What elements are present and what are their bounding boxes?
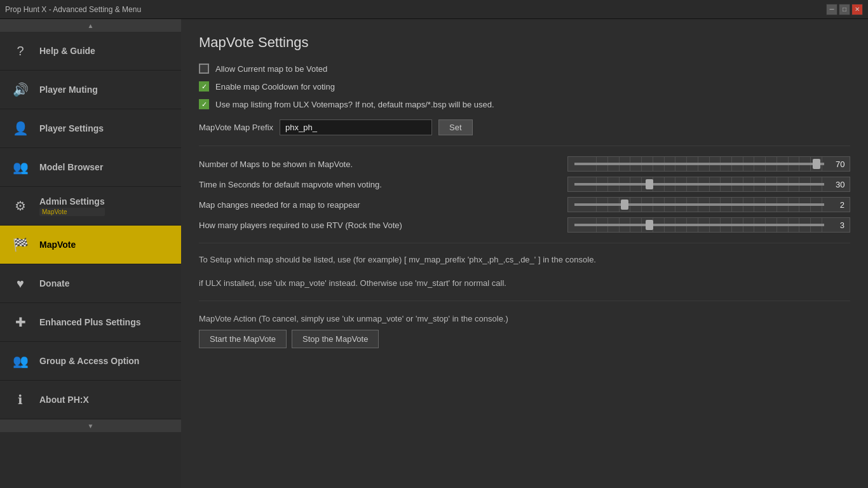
slider-label-num-maps: Number of Maps to be shown in MapVote. — [199, 159, 567, 169]
sidebar-item-admin-settings[interactable]: ⚙ Admin Settings MapVote — [0, 187, 181, 226]
slider-track-time-seconds[interactable] — [574, 183, 824, 186]
info-text-2: if ULX installed, use 'ulx map_vote' ins… — [199, 277, 850, 290]
checkbox-row-allow-current: Allow Current map to be Voted — [199, 64, 850, 74]
slider-value-time-seconds: 30 — [831, 180, 850, 189]
sidebar-item-label-help: Help & Guide — [39, 46, 95, 56]
app-container: ▲ ? Help & Guide 🔊 Player Muting 👤 Playe… — [0, 19, 868, 488]
sidebar-item-mapvote[interactable]: 🏁 MapVote — [0, 226, 181, 264]
slider-track-rtv-players[interactable] — [574, 224, 824, 226]
checkbox-allow-current[interactable] — [199, 64, 209, 74]
enhanced-plus-icon: ✚ — [10, 312, 31, 332]
slider-value-num-maps: 70 — [831, 159, 850, 169]
set-prefix-button[interactable]: Set — [438, 119, 473, 135]
checkbox-use-ulx[interactable] — [199, 99, 209, 109]
slider-row-map-changes: Map changes needed for a map to reappear… — [199, 197, 850, 212]
info-text-1: To Setup which map should be listed, use… — [199, 254, 850, 267]
slider-row-rtv-players: How many players required to use RTV (Ro… — [199, 217, 850, 233]
slider-container-num-maps: 70 — [567, 156, 850, 172]
sidebar-item-player-settings[interactable]: 👤 Player Settings — [0, 109, 181, 148]
prefix-input[interactable] — [280, 119, 432, 135]
checkbox-enable-cooldown[interactable] — [199, 81, 209, 92]
slider-thumb-time-seconds[interactable] — [646, 179, 653, 189]
divider-2 — [199, 243, 850, 243]
scroll-up-button[interactable]: ▲ — [0, 19, 181, 32]
checkbox-label-allow-current: Allow Current map to be Voted — [215, 64, 327, 74]
sidebar-item-model-browser[interactable]: 👥 Model Browser — [0, 148, 181, 187]
slider-track-map-changes[interactable] — [574, 203, 824, 206]
model-browser-icon: 👥 — [10, 157, 31, 177]
slider-thumb-rtv-players[interactable] — [646, 220, 653, 230]
slider-row-num-maps: Number of Maps to be shown in MapVote.70 — [199, 156, 850, 172]
slider-label-map-changes: Map changes needed for a map to reappear — [199, 200, 567, 210]
divider-3 — [199, 301, 850, 301]
maximize-button[interactable]: □ — [839, 4, 850, 15]
sidebar-item-label-enhanced: Enhanced Plus Settings — [39, 317, 140, 327]
prefix-row: MapVote Map Prefix Set — [199, 119, 850, 135]
slider-thumb-num-maps[interactable] — [813, 159, 820, 169]
group-access-icon: 👥 — [10, 351, 31, 371]
sidebar-item-label-donate: Donate — [39, 278, 69, 288]
checkbox-label-use-ulx: Use map listing from ULX Votemaps? If no… — [215, 100, 494, 109]
content-area: MapVote Settings Allow Current map to be… — [181, 19, 868, 488]
sidebar: ▲ ? Help & Guide 🔊 Player Muting 👤 Playe… — [0, 19, 181, 488]
slider-value-rtv-players: 3 — [831, 220, 850, 230]
prefix-label: MapVote Map Prefix — [199, 123, 273, 132]
titlebar-buttons: ─ □ ✕ — [826, 4, 863, 15]
slider-label-time-seconds: Time in Seconds for default mapvote when… — [199, 180, 567, 189]
action-title: MapVote Action (To cancel, simply use 'u… — [199, 314, 850, 323]
slider-label-rtv-players: How many players required to use RTV (Ro… — [199, 220, 567, 230]
minimize-button[interactable]: ─ — [826, 4, 837, 15]
start-mapvote-button[interactable]: Start the MapVote — [199, 330, 287, 348]
donate-icon: ♥ — [10, 273, 31, 294]
sidebar-item-label-admin: Admin Settings — [39, 196, 105, 207]
titlebar-title: Prop Hunt X - Advanced Setting & Menu — [5, 5, 141, 14]
sliders-container: Number of Maps to be shown in MapVote.70… — [199, 156, 850, 233]
checkbox-row-use-ulx: Use map listing from ULX Votemaps? If no… — [199, 99, 850, 109]
sidebar-item-label-group: Group & Access Option — [39, 356, 139, 366]
about-icon: ℹ — [10, 390, 31, 410]
help-icon: ? — [10, 41, 31, 61]
mapvote-icon: 🏁 — [10, 234, 31, 255]
player-settings-icon: 👤 — [10, 118, 31, 139]
admin-settings-icon: ⚙ — [10, 196, 31, 216]
sidebar-item-label-mapvote: MapVote — [39, 240, 76, 250]
checkbox-label-enable-cooldown: Enable map Cooldown for voting — [215, 82, 335, 92]
slider-row-time-seconds: Time in Seconds for default mapvote when… — [199, 177, 850, 192]
action-buttons: Start the MapVote Stop the MapVote — [199, 330, 850, 348]
sidebar-item-help-guide[interactable]: ? Help & Guide — [0, 32, 181, 71]
sidebar-item-group-access[interactable]: 👥 Group & Access Option — [0, 342, 181, 381]
sidebar-item-player-muting[interactable]: 🔊 Player Muting — [0, 71, 181, 109]
titlebar: Prop Hunt X - Advanced Setting & Menu ─ … — [0, 0, 868, 19]
slider-container-map-changes: 2 — [567, 197, 850, 212]
muting-icon: 🔊 — [10, 79, 31, 100]
sidebar-item-label-about: About PH:X — [39, 395, 89, 405]
sidebar-item-about[interactable]: ℹ About PH:X — [0, 381, 181, 419]
stop-mapvote-button[interactable]: Stop the MapVote — [292, 330, 379, 348]
admin-sublabel: MapVote — [39, 208, 105, 216]
sidebar-item-label-player-settings: Player Settings — [39, 123, 104, 133]
sidebar-item-label-model-browser: Model Browser — [39, 162, 103, 172]
divider-1 — [199, 146, 850, 146]
slider-container-rtv-players: 3 — [567, 217, 850, 233]
scroll-down-button[interactable]: ▼ — [0, 419, 181, 432]
sidebar-item-label-muting: Player Muting — [39, 85, 98, 95]
slider-thumb-map-changes[interactable] — [621, 200, 628, 210]
slider-container-time-seconds: 30 — [567, 177, 850, 192]
close-button[interactable]: ✕ — [851, 4, 863, 15]
slider-value-map-changes: 2 — [831, 200, 850, 210]
sidebar-item-enhanced-plus[interactable]: ✚ Enhanced Plus Settings — [0, 303, 181, 342]
sidebar-item-donate[interactable]: ♥ Donate — [0, 264, 181, 303]
checkbox-row-enable-cooldown: Enable map Cooldown for voting — [199, 81, 850, 92]
page-title: MapVote Settings — [199, 34, 850, 51]
action-section: MapVote Action (To cancel, simply use 'u… — [199, 314, 850, 348]
slider-track-num-maps[interactable] — [574, 163, 824, 165]
